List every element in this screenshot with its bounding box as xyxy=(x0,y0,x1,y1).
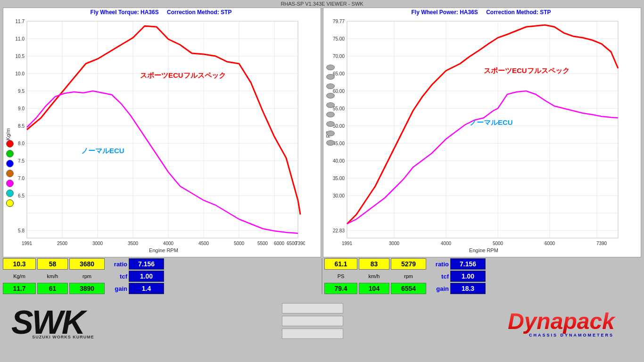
svg-text:79.77: 79.77 xyxy=(333,19,345,24)
left-val1: 10.3 xyxy=(3,258,36,270)
legend-green xyxy=(6,150,14,157)
svg-text:Engine RPM: Engine RPM xyxy=(149,247,178,253)
svg-text:6.5: 6.5 xyxy=(18,193,25,198)
legend-cyan xyxy=(6,189,14,197)
svg-text:11.0: 11.0 xyxy=(16,36,25,41)
stats-bars: 10.3 58 3680 ratio 7.156 Kg/m km/h rpm t… xyxy=(0,257,644,295)
oval-7 xyxy=(326,121,335,127)
svg-text:6000: 6000 xyxy=(274,241,285,246)
svg-text:4000: 4000 xyxy=(441,241,452,246)
right-unit2: km/h xyxy=(359,273,389,279)
left-green2: 61 xyxy=(37,283,68,294)
right-chart: Fly Wheel Power: HA36S Correction Method… xyxy=(323,8,641,257)
oval-1 xyxy=(326,65,335,70)
left-stats: 10.3 58 3680 ratio 7.156 Kg/m km/h rpm t… xyxy=(3,258,320,294)
right-legend-ovals xyxy=(326,65,335,146)
svg-text:3000: 3000 xyxy=(389,241,400,246)
left-legend xyxy=(6,140,14,207)
svg-text:11.7: 11.7 xyxy=(16,19,25,24)
svg-text:9.0: 9.0 xyxy=(18,106,25,111)
svg-text:7.0: 7.0 xyxy=(18,176,25,181)
right-stats: 61.1 83 5279 ratio 7.156 PS km/h rpm tcf… xyxy=(324,258,641,294)
right-gain-val: 18.3 xyxy=(450,283,486,294)
swk-logo-area: SWK SUZUKI WORKS KURUME xyxy=(2,297,124,345)
left-val3: 3680 xyxy=(69,258,105,270)
oval-2 xyxy=(326,74,335,80)
oval-6 xyxy=(326,112,335,117)
svg-text:5500: 5500 xyxy=(257,241,268,246)
dynapack-logo-svg: Dynapack xyxy=(505,304,637,335)
right-chart-title: Fly Wheel Power: HA36S Correction Method… xyxy=(323,8,641,16)
legend-blue xyxy=(6,160,14,167)
svg-text:5000: 5000 xyxy=(493,241,504,246)
left-gain-val: 1.4 xyxy=(129,283,164,294)
right-unit3: rpm xyxy=(391,273,426,279)
right-val2: 83 xyxy=(359,258,389,270)
left-ratio-val: 7.156 xyxy=(129,258,164,270)
oval-8 xyxy=(326,131,335,136)
left-green3: 3890 xyxy=(69,283,105,294)
left-unit1: Kg/m xyxy=(3,273,36,279)
left-unit2: km/h xyxy=(37,273,68,279)
right-ratio-val: 7.156 xyxy=(450,258,486,270)
svg-text:Kg/m: Kg/m xyxy=(5,128,11,140)
svg-text:3500: 3500 xyxy=(128,241,139,246)
svg-text:9.5: 9.5 xyxy=(18,89,25,94)
left-chart: Fly Wheel Torque: HA36S Correction Metho… xyxy=(3,8,321,257)
swk-logo: SWK xyxy=(9,303,117,338)
left-chart-svg: 11.7 11.0 10.5 10.0 9.5 9.0 8.5 8.0 7.5 … xyxy=(3,16,305,257)
svg-text:4000: 4000 xyxy=(163,241,174,246)
oval-4 xyxy=(326,93,335,99)
svg-text:30.00: 30.00 xyxy=(333,193,345,198)
svg-text:35.00: 35.00 xyxy=(333,176,345,181)
right-chart-svg: 79.77 75.00 70.00 65.00 60.00 55.00 50.0… xyxy=(323,16,625,257)
svg-text:1991: 1991 xyxy=(342,241,353,246)
oval-5 xyxy=(326,102,335,108)
left-gain-label: gain xyxy=(106,285,127,292)
svg-text:75.00: 75.00 xyxy=(333,36,345,41)
swk-sub: SUZUKI WORKS KURUME xyxy=(32,335,94,339)
right-green3: 6554 xyxy=(391,283,426,294)
svg-text:Dynapack: Dynapack xyxy=(508,309,616,334)
center-box-3 xyxy=(282,329,343,339)
legend-orange xyxy=(6,170,14,177)
svg-text:22.83: 22.83 xyxy=(333,228,345,233)
right-tcf-label: tcf xyxy=(428,273,449,280)
center-box-1 xyxy=(282,303,343,313)
svg-text:3000: 3000 xyxy=(92,241,103,246)
svg-text:SWK: SWK xyxy=(11,304,88,338)
legend-yellow xyxy=(6,199,14,207)
svg-text:7.5: 7.5 xyxy=(18,158,25,164)
right-unit1: PS xyxy=(324,273,357,279)
right-gain-label: gain xyxy=(428,285,449,292)
oval-9 xyxy=(326,140,335,146)
oval-3 xyxy=(326,83,335,89)
svg-text:40.00: 40.00 xyxy=(333,158,345,164)
svg-text:ノーマルECU: ノーマルECU xyxy=(81,147,124,155)
right-val3: 5279 xyxy=(391,258,426,270)
left-tcf-label: tcf xyxy=(106,273,127,280)
right-ratio-label: ratio xyxy=(428,261,449,268)
svg-text:10.0: 10.0 xyxy=(16,71,25,76)
left-tcf-val: 1.00 xyxy=(129,271,164,282)
left-chart-title: Fly Wheel Torque: HA36S Correction Metho… xyxy=(3,8,321,16)
left-ratio-label: ratio xyxy=(106,261,127,268)
left-green1: 11.7 xyxy=(3,283,36,294)
dynapack-logo: Dynapack xyxy=(505,304,637,335)
bottom-area: SWK SUZUKI WORKS KURUME Dynapack CHASSIS… xyxy=(0,295,644,347)
svg-text:5.8: 5.8 xyxy=(18,228,25,233)
title-bar: RHAS-SP V1.343E VIEWER - SWK xyxy=(0,0,644,8)
svg-text:6000: 6000 xyxy=(545,241,555,246)
svg-text:ノーマルECU: ノーマルECU xyxy=(470,118,513,126)
legend-magenta xyxy=(6,180,14,187)
svg-rect-0 xyxy=(27,21,298,238)
stats-divider xyxy=(322,258,322,294)
svg-text:8.0: 8.0 xyxy=(18,141,25,146)
left-unit3: rpm xyxy=(69,273,105,279)
svg-text:70.00: 70.00 xyxy=(333,54,345,59)
right-green1: 79.4 xyxy=(324,283,357,294)
charts-area: Fly Wheel Torque: HA36S Correction Metho… xyxy=(0,8,644,257)
svg-text:7390: 7390 xyxy=(295,241,305,246)
swk-logo-svg: SWK xyxy=(9,303,117,338)
svg-text:5000: 5000 xyxy=(234,241,245,246)
